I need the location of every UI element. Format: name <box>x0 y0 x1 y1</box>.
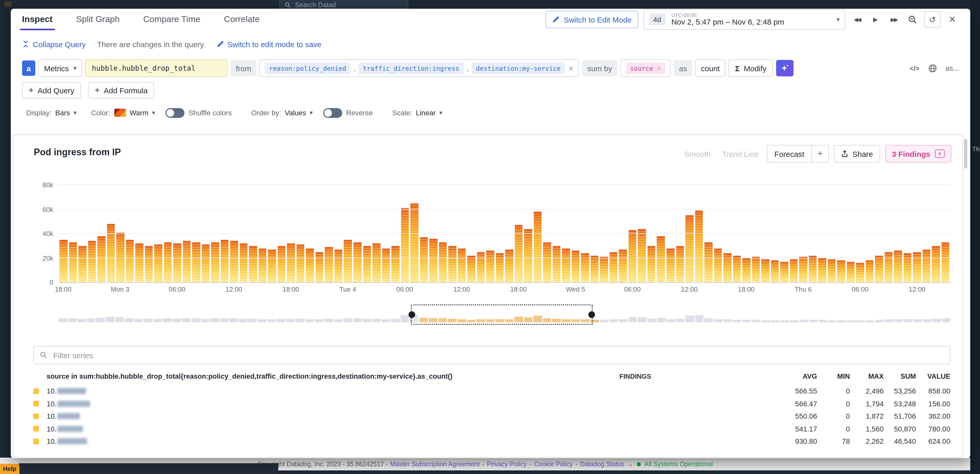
chart-bar[interactable] <box>619 250 627 282</box>
chart-bar[interactable] <box>401 208 409 282</box>
footer-link[interactable]: Cookie Policy <box>534 460 573 468</box>
aggregator-select[interactable]: count <box>695 59 725 77</box>
overview-brush[interactable] <box>59 307 950 322</box>
switch-edit-save-link[interactable]: Switch to edit mode to save <box>217 40 321 48</box>
chart-bar[interactable] <box>600 257 608 282</box>
filter-series-input[interactable] <box>52 350 943 360</box>
add-formula-button[interactable]: + Add Formula <box>88 82 154 99</box>
trend-line-button[interactable]: Trend Line <box>719 150 762 158</box>
chart-bar[interactable] <box>164 242 172 282</box>
chart-bar[interactable] <box>59 240 67 282</box>
chart-bar[interactable] <box>353 242 361 282</box>
chart-bar[interactable] <box>334 250 342 282</box>
chart-bar[interactable] <box>780 262 788 282</box>
chart-bar[interactable] <box>837 261 845 283</box>
brush-handle-left[interactable] <box>408 311 415 318</box>
chart-bar[interactable] <box>913 252 921 282</box>
chart-bar[interactable] <box>315 252 323 282</box>
chart-bar[interactable] <box>705 242 712 282</box>
chart-bar[interactable] <box>268 250 276 282</box>
chart-bar[interactable] <box>524 229 532 282</box>
forecast-button[interactable]: Forecast <box>767 146 811 162</box>
chart-bar[interactable] <box>211 242 219 282</box>
clear-filters-button[interactable]: × <box>568 64 573 73</box>
code-view-button[interactable]: </> <box>910 64 919 72</box>
chart-bar[interactable] <box>609 252 617 282</box>
chart-bar[interactable] <box>894 251 902 283</box>
max-column-header[interactable]: MAX <box>850 372 884 380</box>
ai-assist-button[interactable] <box>776 60 794 76</box>
series-label[interactable]: 10. <box>47 437 619 445</box>
chart-bar[interactable] <box>391 246 399 283</box>
collapse-query-button[interactable]: Collapse Query <box>22 40 86 48</box>
close-modal-button[interactable]: × <box>946 13 959 26</box>
series-label[interactable]: 10. <box>47 412 619 420</box>
chart-bar[interactable] <box>439 242 447 282</box>
chart-bar[interactable] <box>230 241 238 283</box>
tab-split-graph[interactable]: Split Graph <box>76 9 119 30</box>
shuffle-colors-toggle[interactable] <box>165 108 185 118</box>
chart-bar[interactable] <box>259 248 267 282</box>
chart-bar[interactable] <box>847 262 855 282</box>
tab-correlate[interactable]: Correlate <box>224 9 260 30</box>
chart-bar[interactable] <box>809 256 816 283</box>
chart-bar[interactable] <box>202 245 210 282</box>
add-query-button[interactable]: + Add Query <box>22 82 81 99</box>
chart-bar[interactable] <box>88 241 96 283</box>
play-button[interactable]: ▶ <box>869 13 882 26</box>
chart-bar[interactable] <box>572 251 580 283</box>
chart-bar[interactable] <box>173 243 181 282</box>
filter-tags-field[interactable]: reason:policy_denied,traffic_direction:i… <box>259 59 579 77</box>
chart-bar[interactable] <box>78 246 86 283</box>
chart-bar[interactable] <box>875 256 883 283</box>
add-overlay-button[interactable]: + <box>811 146 828 162</box>
chart-bar[interactable] <box>686 215 694 282</box>
as-more-button[interactable]: as... <box>945 64 959 72</box>
chart-bar[interactable] <box>249 246 257 283</box>
data-source-select[interactable]: Metrics ▾ <box>38 59 82 77</box>
chart-bar[interactable] <box>372 243 380 282</box>
group-by-tag[interactable]: source × <box>626 62 665 74</box>
table-row[interactable]: 10.566.5502,49653,256858.00 <box>33 385 950 398</box>
chart-bar[interactable] <box>240 243 248 282</box>
chart-bar[interactable] <box>477 252 485 282</box>
chart-bar[interactable] <box>429 239 437 282</box>
chart-bar[interactable] <box>866 261 874 283</box>
order-by-select[interactable]: Values ▾ <box>281 109 313 117</box>
chart-bar[interactable] <box>69 242 77 282</box>
chart-bar[interactable] <box>420 237 428 282</box>
chart-bar[interactable] <box>467 256 475 283</box>
avg-column-header[interactable]: AVG <box>773 372 817 380</box>
min-column-header[interactable]: MIN <box>817 372 850 380</box>
chart-bar[interactable] <box>942 242 950 282</box>
filter-tag[interactable]: destination:my-service <box>472 62 565 74</box>
table-row[interactable]: 10.541.1701,56050,870780.00 <box>33 423 950 435</box>
chart-bar[interactable] <box>790 259 798 282</box>
chart-bar[interactable] <box>761 259 769 282</box>
share-button[interactable]: Share <box>834 145 880 162</box>
tab-compare-time[interactable]: Compare Time <box>143 9 200 30</box>
chart-bar[interactable] <box>107 224 115 282</box>
chart-bar[interactable] <box>733 256 741 283</box>
chart-bar[interactable] <box>856 263 864 282</box>
chart-bar[interactable] <box>344 240 352 282</box>
chart-bar[interactable] <box>410 203 418 282</box>
chart-bar[interactable] <box>363 246 371 283</box>
brush-handle-right[interactable] <box>589 311 595 318</box>
chart-bar[interactable] <box>799 257 807 282</box>
chart-bar[interactable] <box>448 246 456 283</box>
chart-bar[interactable] <box>534 212 542 283</box>
chart-bar[interactable] <box>154 245 162 282</box>
color-palette-select[interactable]: Warm ▾ <box>110 109 155 117</box>
value-column-header[interactable]: VALUE <box>916 372 950 380</box>
time-range-picker[interactable]: 4d UTC-06:00 Nov 2, 5:47 pm – Nov 6, 2:4… <box>643 9 845 30</box>
range-badge[interactable]: 4d <box>649 14 665 25</box>
chart-bar[interactable] <box>486 251 494 283</box>
group-by-field[interactable]: source × <box>620 59 671 77</box>
chart-bar[interactable] <box>628 230 636 282</box>
chart-bar[interactable] <box>97 236 105 283</box>
chart-bar[interactable] <box>752 257 760 282</box>
chart-bar[interactable] <box>278 246 286 283</box>
step-forward-button[interactable]: ▶▶ <box>887 13 900 26</box>
metric-name-input[interactable]: hubble.hubble_drop_total <box>85 59 228 77</box>
